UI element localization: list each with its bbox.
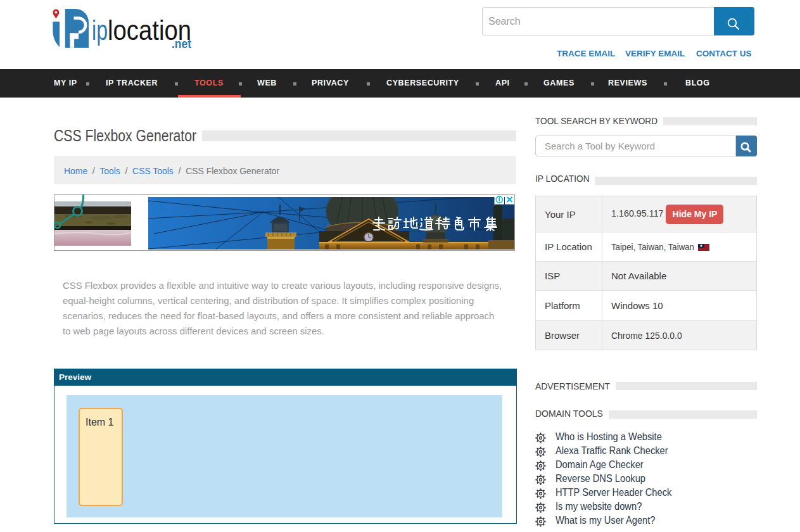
svg-text:.net: .net: [172, 37, 191, 50]
svg-text:ip: ip: [92, 15, 108, 46]
